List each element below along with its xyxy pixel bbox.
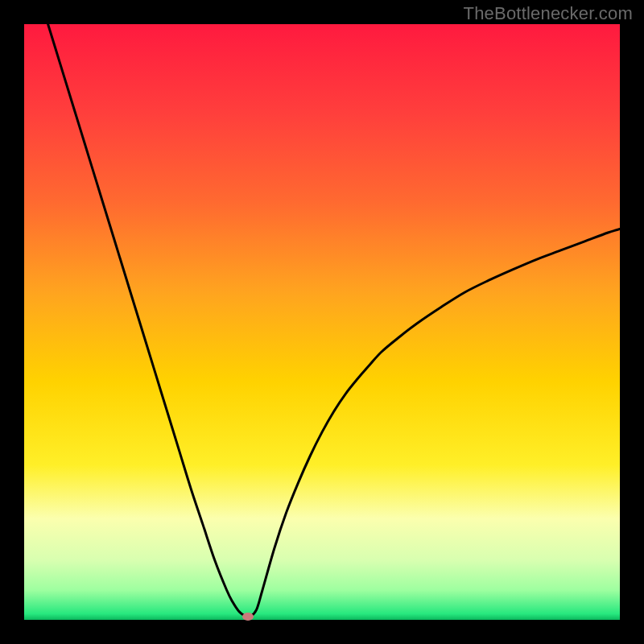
- watermark-text: TheBottlenecker.com: [464, 3, 633, 24]
- plot-frame: [24, 24, 620, 620]
- plot-area: [24, 24, 620, 620]
- optimum-marker: [242, 613, 254, 621]
- chart-curve: [24, 24, 620, 620]
